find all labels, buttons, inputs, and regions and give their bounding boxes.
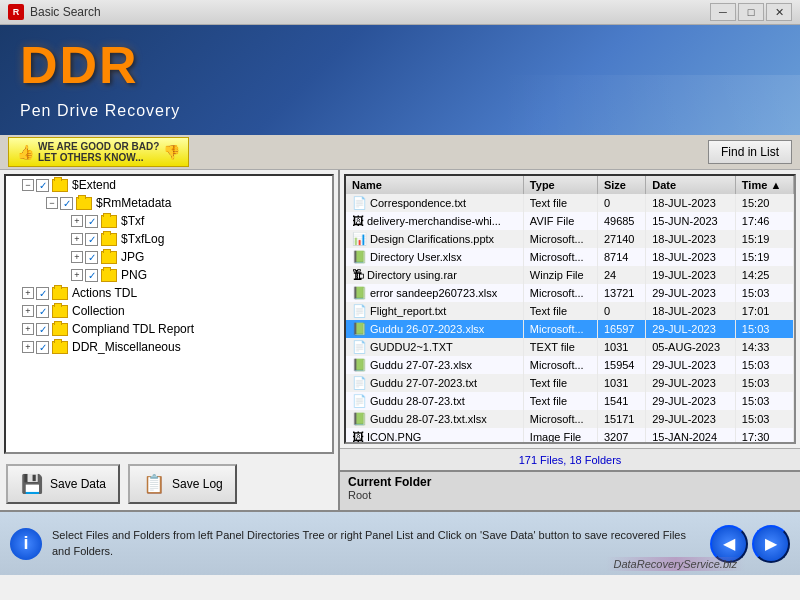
file-size: 1541	[597, 392, 645, 410]
file-time: 15:03	[735, 392, 793, 410]
tree-checkbox[interactable]: ✓	[36, 341, 49, 354]
file-type: AVIF File	[523, 212, 597, 230]
file-type: Winzip File	[523, 266, 597, 284]
save-data-icon: 💾	[20, 472, 44, 496]
file-date: 05-AUG-2023	[646, 338, 736, 356]
file-name: 📗Guddu 26-07-2023.xlsx	[346, 320, 523, 338]
table-row[interactable]: 📗Guddu 26-07-2023.xlsx Microsoft... 1659…	[346, 320, 794, 338]
table-row[interactable]: 📗error sandeep260723.xlsx Microsoft... 1…	[346, 284, 794, 302]
tree-expander[interactable]: +	[71, 251, 83, 263]
folder-icon	[101, 251, 117, 264]
tree-expander[interactable]: +	[22, 287, 34, 299]
title-bar: R Basic Search ─ □ ✕	[0, 0, 800, 25]
find-in-list-button[interactable]: Find in List	[708, 140, 792, 164]
col-type[interactable]: Type	[523, 176, 597, 194]
file-list-container[interactable]: Name Type Size Date Time ▲ 📄Corresponden…	[344, 174, 796, 444]
file-name: 📗Directory User.xlsx	[346, 248, 523, 266]
tree-item[interactable]: + ✓ $TxfLog	[6, 230, 332, 248]
file-type: Microsoft...	[523, 356, 597, 374]
tree-item[interactable]: + ✓ PNG	[6, 266, 332, 284]
tree-item[interactable]: + ✓ $Txf	[6, 212, 332, 230]
tree-checkbox[interactable]: ✓	[60, 197, 73, 210]
tree-checkbox[interactable]: ✓	[85, 233, 98, 246]
folder-tree[interactable]: − ✓ $Extend − ✓ $RmMetadata + ✓ $Txf + ✓…	[4, 174, 334, 454]
folder-icon	[101, 233, 117, 246]
table-row[interactable]: 📊Design Clarifications.pptx Microsoft...…	[346, 230, 794, 248]
tree-expander[interactable]: +	[71, 233, 83, 245]
tree-item[interactable]: + ✓ Compliand TDL Report	[6, 320, 332, 338]
file-type: Text file	[523, 374, 597, 392]
folder-icon	[52, 341, 68, 354]
next-button[interactable]: ▶	[752, 525, 790, 563]
tree-expander[interactable]: +	[22, 323, 34, 335]
col-date[interactable]: Date	[646, 176, 736, 194]
tree-expander[interactable]: −	[46, 197, 58, 209]
folder-icon	[52, 323, 68, 336]
file-table-header: Name Type Size Date Time ▲	[346, 176, 794, 194]
minimize-button[interactable]: ─	[710, 3, 736, 21]
left-panel: − ✓ $Extend − ✓ $RmMetadata + ✓ $Txf + ✓…	[0, 170, 340, 510]
table-row[interactable]: 🗜Directory using.rar Winzip File 24 19-J…	[346, 266, 794, 284]
tree-item[interactable]: − ✓ $Extend	[6, 176, 332, 194]
save-data-button[interactable]: 💾 Save Data	[6, 464, 120, 504]
tree-item[interactable]: + ✓ Actions TDL	[6, 284, 332, 302]
save-log-button[interactable]: 📋 Save Log	[128, 464, 237, 504]
file-size: 15954	[597, 356, 645, 374]
file-name: 📄Flight_report.txt	[346, 302, 523, 320]
tree-checkbox[interactable]: ✓	[36, 287, 49, 300]
tree-item[interactable]: + ✓ JPG	[6, 248, 332, 266]
file-time: 17:30	[735, 428, 793, 444]
table-row[interactable]: 📗Guddu 28-07-23.txt.xlsx Microsoft... 15…	[346, 410, 794, 428]
file-date: 29-JUL-2023	[646, 356, 736, 374]
tree-label: DDR_Miscellaneous	[72, 340, 181, 354]
file-size: 49685	[597, 212, 645, 230]
table-row[interactable]: 📄Correspondence.txt Text file 0 18-JUL-2…	[346, 194, 794, 212]
file-size: 16597	[597, 320, 645, 338]
feedback-right-icon: 👎	[163, 144, 180, 160]
file-date: 29-JUL-2023	[646, 410, 736, 428]
table-row[interactable]: 📄Guddu 28-07-23.txt Text file 1541 29-JU…	[346, 392, 794, 410]
tree-checkbox[interactable]: ✓	[36, 305, 49, 318]
table-row[interactable]: 📄Guddu 27-07-2023.txt Text file 1031 29-…	[346, 374, 794, 392]
table-row[interactable]: 🖼delivery-merchandise-whi... AVIF File 4…	[346, 212, 794, 230]
tree-checkbox[interactable]: ✓	[85, 269, 98, 282]
file-size: 27140	[597, 230, 645, 248]
col-time[interactable]: Time ▲	[735, 176, 793, 194]
tree-item[interactable]: + ✓ DDR_Miscellaneous	[6, 338, 332, 356]
tree-expander[interactable]: +	[22, 341, 34, 353]
tree-expander[interactable]: +	[71, 215, 83, 227]
table-row[interactable]: 📄Flight_report.txt Text file 0 18-JUL-20…	[346, 302, 794, 320]
close-button[interactable]: ✕	[766, 3, 792, 21]
file-type: Text file	[523, 194, 597, 212]
maximize-button[interactable]: □	[738, 3, 764, 21]
col-size[interactable]: Size	[597, 176, 645, 194]
app-logo: DDR	[20, 35, 139, 95]
file-size: 1031	[597, 338, 645, 356]
tree-item[interactable]: + ✓ Collection	[6, 302, 332, 320]
tree-label: Compliand TDL Report	[72, 322, 194, 336]
current-folder-label: Current Folder	[348, 475, 792, 489]
folder-icon	[101, 215, 117, 228]
file-date: 15-JAN-2024	[646, 428, 736, 444]
tree-expander[interactable]: +	[22, 305, 34, 317]
tree-item[interactable]: − ✓ $RmMetadata	[6, 194, 332, 212]
table-row[interactable]: 🖼ICON.PNG Image File 3207 15-JAN-2024 17…	[346, 428, 794, 444]
file-date: 29-JUL-2023	[646, 392, 736, 410]
folder-icon	[52, 287, 68, 300]
file-date: 29-JUL-2023	[646, 320, 736, 338]
tree-expander[interactable]: −	[22, 179, 34, 191]
file-time: 15:03	[735, 374, 793, 392]
tree-expander[interactable]: +	[71, 269, 83, 281]
file-time: 15:19	[735, 248, 793, 266]
table-row[interactable]: 📗Directory User.xlsx Microsoft... 8714 1…	[346, 248, 794, 266]
tree-checkbox[interactable]: ✓	[36, 179, 49, 192]
folder-icon	[52, 305, 68, 318]
table-row[interactable]: 📄GUDDU2~1.TXT TEXT file 1031 05-AUG-2023…	[346, 338, 794, 356]
tree-checkbox[interactable]: ✓	[85, 251, 98, 264]
table-row[interactable]: 📗Guddu 27-07-23.xlsx Microsoft... 15954 …	[346, 356, 794, 374]
feedback-badge[interactable]: 👍 WE ARE GOOD OR BAD? LET OTHERS KNOW...…	[8, 137, 189, 167]
tree-checkbox[interactable]: ✓	[85, 215, 98, 228]
file-date: 19-JUL-2023	[646, 266, 736, 284]
col-name[interactable]: Name	[346, 176, 523, 194]
tree-checkbox[interactable]: ✓	[36, 323, 49, 336]
